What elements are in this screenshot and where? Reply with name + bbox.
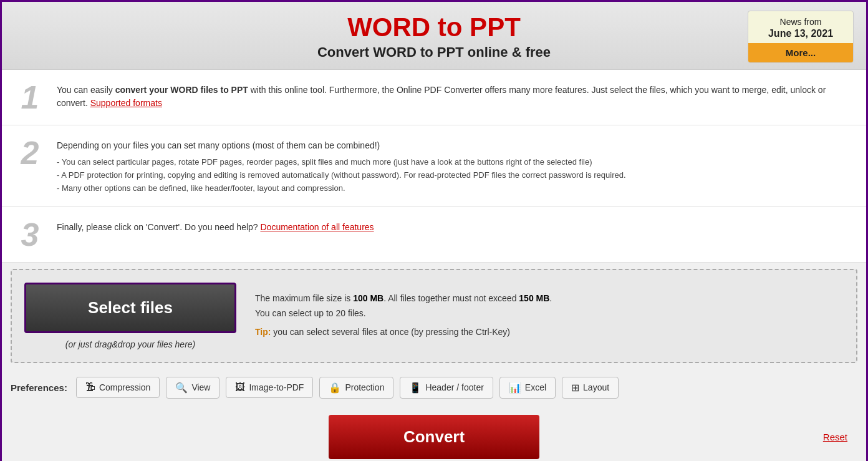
total-size: 150 MB: [519, 293, 549, 303]
step-3-number: 3: [14, 218, 46, 251]
news-more-button[interactable]: More...: [748, 43, 853, 62]
preferences-label: Preferences:: [11, 382, 67, 393]
step-2-number: 2: [14, 137, 46, 169]
header-footer-label: Header / footer: [425, 382, 483, 392]
step-2-main-text: Depending on your files you can set many…: [57, 139, 854, 152]
upload-section: Select files (or just drag&drop your fil…: [11, 269, 857, 363]
upload-tip: Tip: you can select several files at onc…: [255, 325, 552, 340]
upload-info: The maximum file size is 100 MB. All fil…: [255, 291, 552, 339]
page-title: WORD to PPT: [14, 13, 854, 42]
step-3-content: Finally, please click on 'Convert'. Do y…: [57, 218, 854, 238]
convert-button[interactable]: Convert: [329, 415, 539, 459]
view-icon: 🔍: [175, 382, 188, 394]
view-label: View: [191, 382, 210, 392]
layout-icon: ⊞: [571, 382, 579, 394]
step-3-row: 3 Finally, please click on 'Convert'. Do…: [2, 207, 866, 263]
image-to-pdf-label: Image-to-PDF: [249, 382, 304, 392]
pref-protection-button[interactable]: 🔒 Protection: [319, 377, 393, 399]
pref-compression-button[interactable]: 🗜 Compression: [76, 377, 160, 398]
preferences-row: Preferences: 🗜 Compression 🔍 View 🖼 Imag…: [2, 369, 866, 406]
convert-row: Convert Reset: [2, 406, 866, 461]
step-1-row: 1 You can easily convert your WORD files…: [2, 70, 866, 125]
step-1-content: You can easily convert your WORD files t…: [57, 81, 854, 114]
pref-view-button[interactable]: 🔍 View: [166, 377, 219, 399]
supported-formats-link[interactable]: Supported formats: [90, 98, 162, 108]
upload-size-info: The maximum file size is 100 MB. All fil…: [255, 291, 552, 306]
pref-image-to-pdf-button[interactable]: 🖼 Image-to-PDF: [226, 377, 313, 398]
news-date: June 13, 2021: [752, 27, 849, 41]
news-label: News from: [780, 17, 822, 27]
layout-label: Layout: [583, 382, 609, 392]
pref-excel-button[interactable]: 📊 Excel: [499, 377, 556, 399]
upload-count-info: You can select up to 20 files.: [255, 306, 552, 321]
step-2-content: Depending on your files you can set many…: [57, 137, 854, 195]
excel-label: Excel: [525, 382, 546, 392]
step-2-sub-2: - A PDF protection for printing, copying…: [57, 169, 854, 182]
select-files-area: Select files (or just drag&drop your fil…: [24, 283, 236, 349]
image-to-pdf-icon: 🖼: [235, 382, 245, 393]
drag-drop-hint: (or just drag&drop your files here): [65, 339, 196, 349]
documentation-link[interactable]: Documentation of all features: [260, 222, 374, 232]
step-2-sub: - You can select particular pages, rotat…: [57, 156, 854, 195]
tip-label: Tip:: [255, 327, 271, 337]
protection-label: Protection: [345, 382, 384, 392]
reset-link[interactable]: Reset: [823, 432, 847, 442]
pref-layout-button[interactable]: ⊞ Layout: [562, 377, 619, 399]
step-2-sub-3: - Many other options can be defined, lik…: [57, 182, 854, 195]
step-1-text: You can easily convert your WORD files t…: [57, 84, 854, 110]
header-footer-icon: 📱: [409, 382, 422, 394]
steps-area: 1 You can easily convert your WORD files…: [2, 70, 866, 262]
compression-label: Compression: [99, 382, 150, 392]
step-1-number: 1: [14, 81, 46, 114]
compression-icon: 🗜: [85, 382, 95, 393]
page-subtitle: Convert WORD to PPT online & free: [14, 44, 854, 61]
protection-icon: 🔒: [329, 382, 341, 394]
news-box-top: News from June 13, 2021: [748, 11, 853, 43]
page-header: WORD to PPT Convert WORD to PPT online &…: [2, 2, 866, 70]
step-3-text: Finally, please click on 'Convert'. Do y…: [57, 221, 854, 234]
news-box: News from June 13, 2021 More...: [748, 11, 854, 63]
pref-header-footer-button[interactable]: 📱 Header / footer: [400, 377, 493, 399]
excel-icon: 📊: [509, 382, 521, 394]
step-2-row: 2 Depending on your files you can set ma…: [2, 125, 866, 206]
tip-text: you can select several files at once (by…: [271, 327, 510, 337]
select-files-button[interactable]: Select files: [24, 283, 236, 333]
max-file-size: 100 MB: [353, 293, 383, 303]
step-2-sub-1: - You can select particular pages, rotat…: [57, 156, 854, 169]
